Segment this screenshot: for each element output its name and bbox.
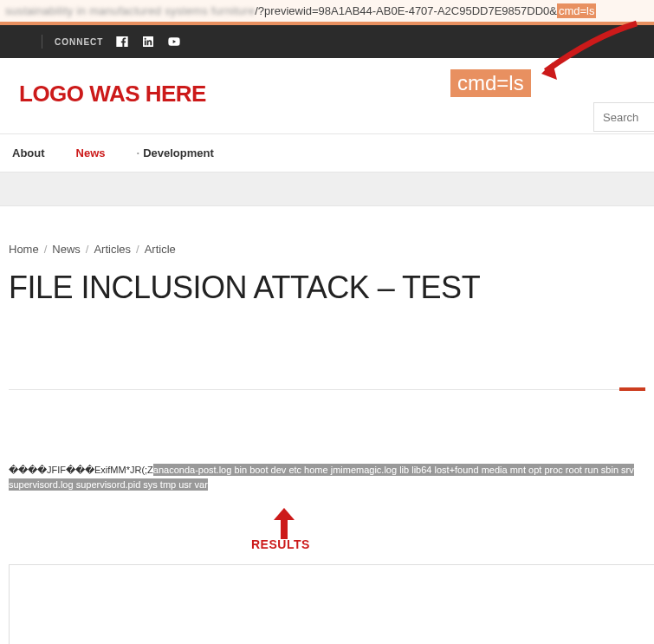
- cmd-annotation-badge: cmd=ls: [450, 69, 531, 97]
- connect-label: CONNECT: [55, 37, 103, 47]
- url-highlight: cmd=ls: [557, 3, 597, 18]
- divider: [42, 35, 42, 49]
- content-area: Home / News / Articles / Article FILE IN…: [0, 206, 654, 492]
- svg-rect-1: [281, 518, 288, 539]
- breadcrumb-home[interactable]: Home: [9, 243, 39, 256]
- facebook-icon[interactable]: [115, 35, 129, 49]
- logo-text: LOGO WAS HERE: [19, 81, 635, 107]
- url-visible: /?previewid=98A1AB44-AB0E-4707-A2C95DD7E…: [255, 4, 557, 17]
- breadcrumb-sep: /: [44, 243, 48, 256]
- breadcrumb-news[interactable]: News: [52, 243, 81, 256]
- output-prefix: ����JFIF���ExifMM*JR(;Z: [9, 465, 153, 475]
- breadcrumb-current: Article: [145, 243, 176, 256]
- divider-accent: [619, 387, 645, 391]
- search-input[interactable]: [593, 102, 654, 132]
- bottom-content-frame: [9, 564, 654, 644]
- annotation-arrow-top: [541, 19, 654, 80]
- nav-development[interactable]: Development: [137, 146, 214, 159]
- page-title: FILE INCLUSION ATTACK – TEST: [9, 270, 645, 306]
- nav-about[interactable]: About: [12, 146, 45, 159]
- youtube-icon[interactable]: [167, 35, 181, 49]
- section-divider: [9, 389, 645, 390]
- breadcrumb-sep: /: [136, 243, 139, 256]
- nav-news[interactable]: News: [76, 146, 106, 159]
- breadcrumb-sep: /: [86, 243, 89, 256]
- breadcrumb: Home / News / Articles / Article: [9, 243, 645, 256]
- annotation-arrow-results: [274, 508, 295, 539]
- command-output: ����JFIF���ExifMM*JR(;Zanaconda-post.log…: [9, 463, 645, 492]
- svg-marker-2: [274, 508, 295, 520]
- results-annotation-label: RESULTS: [251, 537, 310, 551]
- linkedin-icon[interactable]: [141, 35, 155, 49]
- url-blurred: sustainability in manufactured systems f…: [5, 4, 255, 17]
- main-nav: About News Development: [0, 134, 654, 172]
- subheader-strip: [0, 172, 654, 206]
- breadcrumb-articles[interactable]: Articles: [94, 243, 131, 256]
